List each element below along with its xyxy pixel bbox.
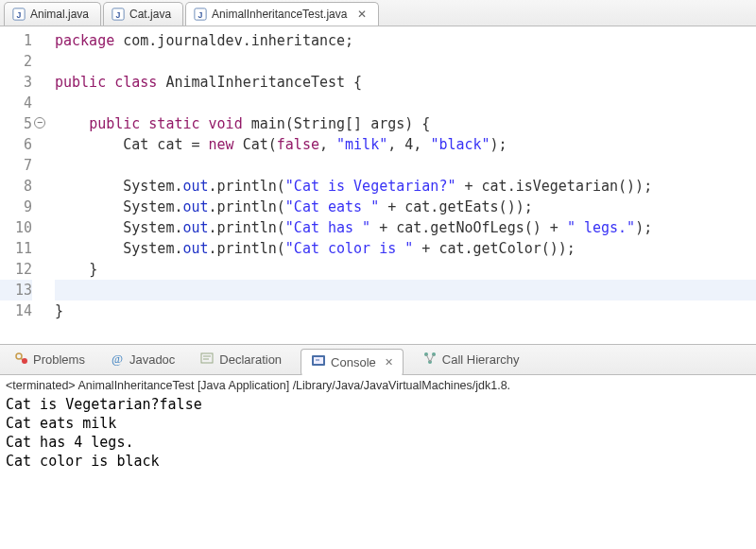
bottom-pane: Problems @ Javadoc Declaration Console ✕… [0,345,756,476]
line-number: 6 [0,134,32,155]
editor-tab-animal[interactable]: J Animal.java [4,2,101,26]
code-line: package com.journaldev.inheritance; [55,30,756,51]
svg-rect-10 [201,353,213,363]
code-editor[interactable]: 1 2 3 4 5− 6 7 8 9 10 11 12 13 14 packag… [0,26,756,344]
code-line [55,51,756,72]
svg-line-19 [426,354,430,362]
line-number: 7 [0,155,32,176]
view-label: Declaration [219,352,282,367]
svg-point-8 [22,358,27,364]
editor-tab-bar: J Animal.java J Cat.java J AnimalInherit… [0,0,756,26]
view-label: Javadoc [129,352,175,367]
console-output[interactable]: Cat is Vegetarian?falseCat eats milkCat … [0,394,756,476]
svg-text:@: @ [112,352,123,366]
svg-line-20 [430,354,434,362]
java-file-icon: J [112,8,125,21]
code-line [55,93,756,113]
code-line: } [55,300,756,321]
console-status: <terminated> AnimalInheritanceTest [Java… [0,375,756,394]
code-line: System.out.println("Cat has " + cat.getN… [55,217,756,238]
line-number: 12 [0,259,32,280]
editor-tab-cat[interactable]: J Cat.java [103,2,183,26]
declaration-icon [199,351,215,369]
code-line: public static void main(String[] args) { [55,113,756,134]
code-line: public class AnimalInheritanceTest { [55,72,756,93]
line-number: 4 [0,93,32,113]
view-label: Console [331,355,376,369]
tab-label: Cat.java [129,8,171,21]
code-line [55,280,756,300]
java-file-icon: J [12,8,26,21]
fold-column [38,30,55,344]
line-number: 14 [0,300,32,321]
console-line: Cat has 4 legs. [6,433,750,452]
line-number: 9 [0,197,32,217]
java-file-icon: J [194,8,207,21]
view-label: Problems [33,352,85,367]
code-line: Cat cat = new Cat(false, "milk", 4, "bla… [55,134,756,155]
code-line [55,155,756,176]
code-lines: package com.journaldev.inheritance; publ… [55,30,756,344]
javadoc-icon: @ [110,351,125,369]
line-number: 10 [0,217,32,238]
line-number-gutter: 1 2 3 4 5− 6 7 8 9 10 11 12 13 14 [0,30,38,344]
line-number: 13 [0,280,32,300]
view-tab-javadoc[interactable]: @ Javadoc [104,347,180,372]
close-icon[interactable]: ✕ [385,356,393,369]
close-icon[interactable]: ✕ [357,8,367,21]
code-line: System.out.println("Cat is Vegetarian?" … [55,176,756,197]
view-tab-bar: Problems @ Javadoc Declaration Console ✕… [0,345,756,375]
console-line: Cat eats milk [6,414,750,433]
console-line: Cat color is black [6,452,750,471]
line-number: 8 [0,176,32,197]
code-line: } [55,259,756,280]
line-number: 5− [0,113,32,134]
svg-text:J: J [116,10,121,20]
line-number: 2 [0,51,32,72]
tab-label: Animal.java [30,8,89,21]
fold-collapse-icon[interactable]: − [34,117,45,129]
svg-text:J: J [198,10,203,20]
line-number: 11 [0,238,32,259]
view-tab-console[interactable]: Console ✕ [301,349,404,376]
console-line: Cat is Vegetarian?false [6,395,750,414]
view-tab-problems[interactable]: Problems [8,347,91,372]
problems-icon [13,351,28,369]
svg-text:J: J [17,10,22,20]
call-hierarchy-icon [422,351,438,369]
line-number: 1 [0,30,32,51]
code-line: System.out.println("Cat eats " + cat.get… [55,197,756,217]
console-icon [311,353,326,371]
line-number: 3 [0,72,32,93]
editor-tab-animalinheritancetest[interactable]: J AnimalInheritanceTest.java ✕ [185,2,379,26]
code-line: System.out.println("Cat color is " + cat… [55,238,756,259]
editor-pane: J Animal.java J Cat.java J AnimalInherit… [0,0,756,345]
tab-label: AnimalInheritanceTest.java [212,8,347,21]
view-label: Call Hierarchy [442,352,520,367]
view-tab-call-hierarchy[interactable]: Call Hierarchy [417,347,525,372]
view-tab-declaration[interactable]: Declaration [194,347,287,372]
